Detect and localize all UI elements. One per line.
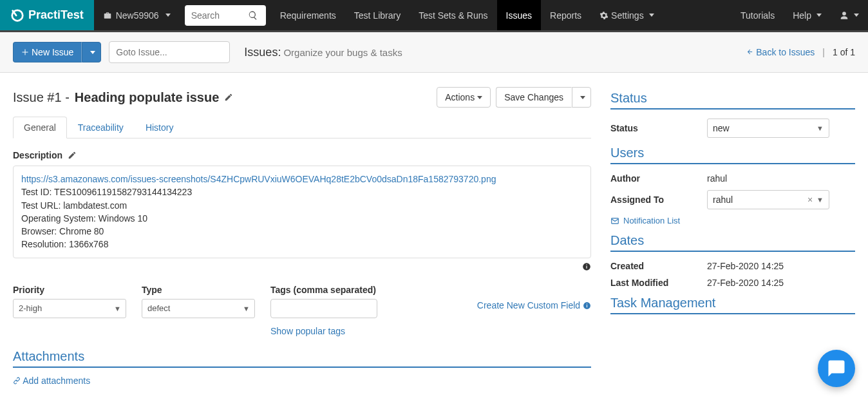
chevron-down-icon [90,51,95,54]
search-box[interactable] [185,5,266,26]
tags-field: Tags (comma separated) Show popular tags [270,285,377,336]
field-label: Type [142,285,255,295]
attachments-heading: Attachments [13,349,591,368]
select-value: rahul [713,195,733,205]
tab-traceability[interactable]: Traceability [67,117,135,138]
desc-resolution: Resolution: 1366x768 [21,239,108,249]
chevron-down-icon: ▼ [816,196,824,204]
link-text: Create New Custom Field [477,300,580,310]
type-select[interactable]: defect [142,299,255,318]
subbar-right: Back to Issues | 1 of 1 [746,47,855,57]
info-icon[interactable] [582,262,591,271]
create-custom-field-link[interactable]: Create New Custom Field [477,300,591,310]
separator: | [822,47,825,57]
arrow-left-icon [746,48,753,55]
assigned-to-select[interactable]: rahul × ▼ [707,190,829,209]
field-label: Priority [13,285,126,295]
desc-browser: Browser: Chrome 80 [21,226,104,236]
side-column: Status Status new ▼ Users Author rahul A… [610,81,855,386]
author-value: rahul [707,173,855,184]
show-popular-tags-link[interactable]: Show popular tags [270,326,377,336]
field-label: Author [610,173,707,184]
button-label: Actions [445,92,475,102]
link-text: Back to Issues [756,47,815,57]
top-nav: PractiTest New59906 Requirements Test Li… [0,0,868,32]
nav-reports[interactable]: Reports [541,0,590,30]
modified-value: 27-Feb-2020 14:25 [707,278,855,288]
nav-help[interactable]: Help [784,0,831,30]
nav-label: Help [793,10,811,21]
chevron-down-icon [649,14,654,17]
link-text: Add attachments [23,376,90,386]
nav-requirements[interactable]: Requirements [271,0,345,30]
nav-user-menu[interactable] [831,0,868,30]
screenshot-link[interactable]: https://s3.amazonaws.com/issues-screensh… [21,174,496,184]
author-row: Author rahul [610,173,855,184]
clear-icon[interactable]: × [807,195,813,205]
svg-rect-5 [587,305,587,307]
add-attachments-row: Add attachments [13,376,591,386]
action-buttons: Actions Save Changes [437,87,591,108]
status-heading: Status [610,91,855,110]
nav-label: Reports [550,10,581,21]
assigned-row: Assigned To rahul × ▼ [610,190,855,209]
project-name: New59906 [116,10,159,21]
info-tip-wrap [13,262,591,273]
status-select[interactable]: new ▼ [707,119,829,138]
field-label: Last Modified [610,278,707,288]
subbar: New Issue Issues: Organize your bugs & t… [0,32,868,73]
created-row: Created 27-Feb-2020 14:25 [610,261,855,271]
pencil-icon[interactable] [224,93,233,102]
brand-logo[interactable]: PractiTest [0,0,94,30]
main-column: Issue #1 - Heading populate issue Action… [13,81,591,386]
field-label: Status [610,123,707,133]
chevron-down-icon [165,14,171,17]
search-input[interactable] [190,10,248,21]
tab-label: Traceability [78,122,124,133]
save-group: Save Changes [496,87,591,108]
field-label: Tags (comma separated) [270,285,377,295]
briefcase-icon [103,11,112,20]
pencil-icon[interactable] [68,151,77,160]
tab-general[interactable]: General [13,117,67,138]
search-icon [248,10,258,21]
chat-widget-button[interactable] [818,350,855,387]
save-changes-button[interactable]: Save Changes [496,87,572,108]
priority-select-wrap: 2-high ▼ [13,299,126,318]
add-attachments-link[interactable]: Add attachments [13,376,90,386]
issue-title: Issue #1 - Heading populate issue [13,90,233,105]
link-text: Notification List [623,216,680,225]
nav-issues[interactable]: Issues [497,0,541,30]
nav-test-library[interactable]: Test Library [345,0,410,30]
status-row: Status new ▼ [610,119,855,138]
chevron-down-icon: ▼ [816,124,824,132]
select-value: new [713,123,730,133]
users-heading: Users [610,146,855,164]
svg-rect-3 [586,264,587,265]
heading-desc: Organize your bugs & tasks [283,47,402,58]
priority-field: Priority 2-high ▼ [13,285,126,318]
nav-settings[interactable]: Settings [590,0,663,30]
nav-tutorials[interactable]: Tutorials [731,0,784,30]
task-heading: Task Management [610,296,855,314]
actions-button[interactable]: Actions [437,87,491,108]
new-issue-dropdown[interactable] [82,42,101,62]
nav-test-sets[interactable]: Test Sets & Runs [410,0,496,30]
button-label: Save Changes [504,92,563,102]
button-label: New Issue [32,47,73,57]
save-dropdown-button[interactable] [572,87,591,108]
chat-icon [827,359,846,378]
issue-name: Heading populate issue [75,90,219,105]
tags-input[interactable] [270,299,377,318]
nav-label: Issues [506,10,532,21]
back-to-issues-link[interactable]: Back to Issues [746,47,815,57]
plus-icon [21,48,29,56]
type-select-wrap: defect ▼ [142,299,255,318]
link-icon [13,377,21,385]
goto-issue-input[interactable] [109,41,230,63]
notification-list-link[interactable]: Notification List [610,216,855,225]
priority-select[interactable]: 2-high [13,299,126,318]
new-issue-button[interactable]: New Issue [13,42,82,62]
project-switcher[interactable]: New59906 [94,0,180,30]
tab-history[interactable]: History [135,117,185,138]
